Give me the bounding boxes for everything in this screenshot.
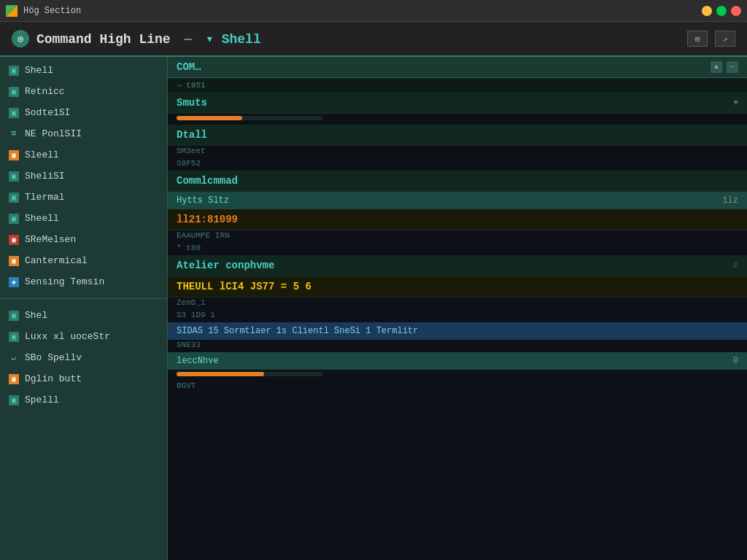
- progress-bar-inner: [177, 116, 242, 120]
- sidebar-item-label: Sensing Temsin: [25, 276, 104, 287]
- content-sub-text: S9F52: [168, 158, 747, 171]
- list-row-header: Atelier conphvme c: [168, 255, 747, 276]
- title-bar-text: Hög Section: [23, 6, 702, 16]
- sidebar: ▣Shell▣Retnicc▣Sodte1SI≡NE PonlSII▣Sleel…: [0, 57, 168, 560]
- sidebar-item-icon: ▣: [9, 108, 19, 118]
- sidebar-item[interactable]: ▣Shel: [0, 305, 167, 326]
- header-action-icons: ⊞ ↗: [687, 31, 735, 47]
- sidebar-section-secondary: ▣Shel▣Luxx xl uoceStr↵SBo Spellv▣Dglin b…: [0, 302, 167, 413]
- minimize-button[interactable]: [702, 6, 712, 16]
- header-shell-indicator: ▾ Shell: [206, 32, 261, 47]
- list-row-header: ll21:81099: [168, 209, 747, 230]
- sidebar-item-label: Tlermal: [25, 192, 65, 203]
- content-sub-text: SM3eet: [168, 146, 747, 158]
- list-row[interactable]: Smuts ▼: [168, 93, 747, 114]
- list-row[interactable]: THEULL lCI4 JS77 = 5 6: [168, 276, 747, 298]
- content-sub-text: SNE33: [168, 340, 747, 352]
- header-logo: ◎: [12, 30, 29, 47]
- list-row[interactable]: Commlcmmad: [168, 171, 747, 192]
- list-row-meta: ▼: [733, 98, 738, 107]
- content-area: COM… ▲ — → t851 Smuts ▼ Dtall: [168, 57, 747, 560]
- sidebar-item[interactable]: ≡NE PonlSII: [0, 123, 167, 144]
- sidebar-item[interactable]: ▣Cantermical: [0, 250, 167, 271]
- list-row[interactable]: Atelier conphvme c: [168, 255, 747, 276]
- sidebar-item[interactable]: ▣SheliSI: [0, 166, 167, 187]
- main-layout: ▣Shell▣Retnicc▣Sodte1SI≡NE PonlSII▣Sleel…: [0, 57, 747, 560]
- sidebar-item-label: SReMelsen: [25, 234, 76, 245]
- row-with-count[interactable]: leccNhve 0: [168, 352, 747, 370]
- content-collapse-icon[interactable]: —: [727, 61, 738, 73]
- progress-bar-inner: [177, 372, 264, 376]
- sidebar-item-label: Sodte1SI: [25, 107, 70, 118]
- row-text: Hytts Sltz: [177, 195, 229, 206]
- sidebar-item-icon: ▣: [9, 171, 19, 182]
- sidebar-item[interactable]: ▣Dglin butt: [0, 368, 167, 389]
- sidebar-item-label: Cantermical: [25, 255, 88, 266]
- sidebar-item-label: SheliSI: [25, 171, 65, 182]
- sidebar-item-label: Spelll: [25, 394, 59, 405]
- content-sub-header: → t851: [168, 78, 747, 93]
- sidebar-item[interactable]: ▣Spelll: [0, 389, 167, 411]
- sidebar-item-icon: ▣: [9, 87, 19, 97]
- sidebar-item-label: SBo Spellv: [25, 352, 82, 363]
- sidebar-item[interactable]: ▣Luxx xl uoceStr: [0, 326, 167, 347]
- progress-bar-outer: [177, 372, 322, 376]
- header-icon-grid[interactable]: ⊞: [687, 31, 708, 47]
- list-row-title: ll21:81099: [177, 214, 238, 225]
- progress-bar-outer: [177, 116, 322, 120]
- content-sub-text: ZenD_1: [168, 298, 747, 310]
- list-row-title: Atelier conphvme: [177, 260, 274, 271]
- sidebar-item[interactable]: ▣Sheell: [0, 208, 167, 229]
- sidebar-item-icon: ▣: [9, 235, 19, 245]
- content-sub-text: S3 1D9 1: [168, 310, 747, 322]
- close-button[interactable]: [731, 6, 741, 16]
- sidebar-item-label: Luxx xl uoceStr: [25, 331, 110, 342]
- sidebar-item-icon: ▣: [9, 192, 19, 203]
- band-blue-row: SIDAS 15 Sormtlaer 1s Clientl SneSi 1 Te…: [168, 322, 747, 340]
- list-row-meta: c: [733, 261, 738, 270]
- sidebar-item[interactable]: ▣Retnicc: [0, 81, 167, 102]
- sidebar-item[interactable]: ◈Sensing Temsin: [0, 271, 167, 292]
- content-rows: → t851 Smuts ▼ Dtall SM3eetS9F52 Commlcm…: [168, 78, 747, 393]
- sidebar-item-label: NE PonlSII: [25, 128, 82, 139]
- maximize-button[interactable]: [716, 6, 727, 16]
- sidebar-item-icon: ▣: [9, 256, 19, 266]
- content-header: COM… ▲ —: [168, 57, 747, 78]
- content-header-actions: ▲ —: [711, 61, 738, 73]
- header-dash: —: [184, 32, 192, 47]
- sidebar-item[interactable]: ↵SBo Spellv: [0, 347, 167, 368]
- progress-bar-row: [168, 370, 747, 381]
- sidebar-item-label: Sheell: [25, 213, 59, 224]
- sidebar-item[interactable]: ▣Sleell: [0, 144, 167, 166]
- sidebar-item-icon: ≡: [9, 129, 19, 139]
- sidebar-item-icon: ▣: [9, 311, 19, 321]
- sidebar-item-icon: ▣: [9, 214, 19, 224]
- sidebar-item-icon: ▣: [9, 332, 19, 342]
- sidebar-item-icon: ▣: [9, 395, 19, 405]
- row-with-count[interactable]: Hytts Sltz 1lz: [168, 192, 747, 209]
- content-header-title: COM…: [177, 61, 201, 73]
- sidebar-item-label: Shel: [25, 310, 47, 321]
- app-header: ◎ Command High Line — ▾ Shell ⊞ ↗: [0, 22, 747, 57]
- content-sub-text: * t80: [168, 243, 747, 255]
- sidebar-item-icon: ↵: [9, 353, 19, 363]
- sidebar-item[interactable]: ▣Sodte1SI: [0, 102, 167, 123]
- list-row[interactable]: Dtall: [168, 125, 747, 146]
- row-count: 1lz: [722, 195, 738, 206]
- list-row-header: Commlcmmad: [168, 171, 747, 191]
- header-icon-arrow[interactable]: ↗: [715, 31, 735, 47]
- sidebar-item-label: Retnicc: [25, 86, 65, 97]
- list-row-header: Smuts ▼: [168, 93, 747, 113]
- sidebar-item[interactable]: ▣SReMelsen: [0, 229, 167, 250]
- content-sub-text: BGVT: [168, 381, 747, 393]
- sidebar-item-label: Dglin butt: [25, 373, 82, 384]
- list-row-title: Smuts: [177, 97, 207, 109]
- app-icon: [6, 5, 18, 17]
- sidebar-item-label: Sleell: [25, 149, 59, 160]
- content-expand-icon[interactable]: ▲: [711, 61, 722, 73]
- sidebar-item[interactable]: ▣Shell: [0, 60, 167, 81]
- sidebar-item[interactable]: ▣Tlermal: [0, 187, 167, 208]
- header-title-main: Command High Line: [36, 32, 171, 47]
- list-row[interactable]: ll21:81099: [168, 209, 747, 230]
- sidebar-item-icon: ▣: [9, 66, 19, 76]
